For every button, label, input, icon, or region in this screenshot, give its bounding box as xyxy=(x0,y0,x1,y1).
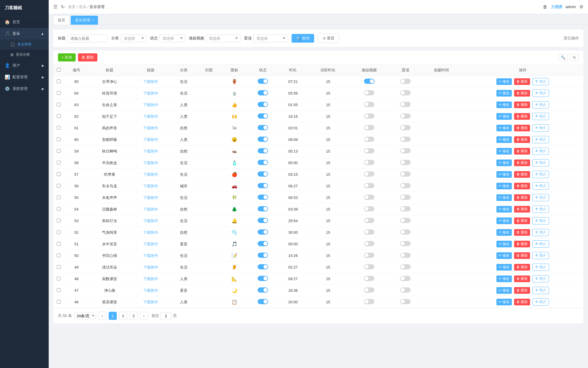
admin-label[interactable]: admin xyxy=(566,5,576,9)
delete-button[interactable]: 🗑 删除 xyxy=(514,113,530,120)
boost-toggle[interactable] xyxy=(364,218,374,223)
sidebar-item-music-manage[interactable]: 🎧 音乐管理 xyxy=(0,39,49,50)
filter-boost-select[interactable]: 请选择 xyxy=(206,35,241,42)
filter-top-select[interactable]: 请选择 xyxy=(253,35,288,42)
edit-button[interactable]: ✏ 修改 xyxy=(496,125,512,131)
row-checkbox[interactable] xyxy=(57,207,61,211)
top-toggle[interactable] xyxy=(400,171,411,177)
edit-button[interactable]: ✏ 修改 xyxy=(496,113,512,120)
edit-button[interactable]: ✏ 修改 xyxy=(496,217,512,224)
refresh-icon-btn[interactable]: ↻ xyxy=(570,54,579,61)
row-link-btn[interactable]: 下载附件 xyxy=(143,126,158,130)
status-toggle[interactable] xyxy=(258,241,268,246)
boost-toggle[interactable] xyxy=(364,79,374,84)
status-toggle[interactable] xyxy=(258,102,268,107)
edit-button[interactable]: ✏ 修改 xyxy=(496,275,512,282)
row-checkbox[interactable] xyxy=(57,219,61,222)
boost-toggle[interactable] xyxy=(364,171,374,177)
status-toggle[interactable] xyxy=(258,206,268,211)
edit-button[interactable]: ✏ 修改 xyxy=(496,194,512,201)
delete-button[interactable]: 🗑 删除 xyxy=(514,299,530,305)
row-link-btn[interactable]: 下载附件 xyxy=(143,184,158,188)
row-link-btn[interactable]: 下载附件 xyxy=(143,195,158,200)
sidebar-item-music-category[interactable]: ⊞ 音乐分类 xyxy=(0,50,49,60)
intro-button[interactable]: 👁 简介 xyxy=(532,287,549,294)
other-ops[interactable]: 其它操作 xyxy=(564,36,579,41)
top-toggle[interactable] xyxy=(400,206,411,211)
page-size-select[interactable]: 20条/页 xyxy=(74,313,96,319)
intro-button[interactable]: 👁 简介 xyxy=(532,148,549,155)
prev-page-btn[interactable]: ‹ xyxy=(98,312,106,320)
row-link-btn[interactable]: 下载附件 xyxy=(143,242,158,246)
status-toggle[interactable] xyxy=(258,171,268,177)
add-button[interactable]: + 添加 xyxy=(58,53,76,61)
intro-button[interactable]: 👁 简介 xyxy=(532,171,549,178)
edit-button[interactable]: ✏ 修改 xyxy=(496,264,512,271)
intro-button[interactable]: 👁 简介 xyxy=(532,101,549,108)
top-toggle[interactable] xyxy=(400,137,411,142)
boost-toggle[interactable] xyxy=(364,90,374,95)
delete-button[interactable]: 🗑 删除 xyxy=(514,252,530,259)
row-link-btn[interactable]: 下载附件 xyxy=(143,207,158,211)
sidebar-item-home[interactable]: 🏠 首页 xyxy=(0,16,49,28)
row-checkbox[interactable] xyxy=(57,91,61,95)
intro-button[interactable]: 👁 简介 xyxy=(532,113,549,120)
status-toggle[interactable] xyxy=(258,195,268,200)
edit-button[interactable]: ✏ 修改 xyxy=(496,252,512,259)
status-toggle[interactable] xyxy=(258,264,268,269)
row-link-btn[interactable]: 下载附件 xyxy=(143,103,158,107)
status-toggle[interactable] xyxy=(258,79,268,84)
row-checkbox[interactable] xyxy=(57,195,61,199)
filter-title-input[interactable] xyxy=(67,35,108,42)
row-checkbox[interactable] xyxy=(57,288,61,292)
top-toggle[interactable] xyxy=(400,160,411,165)
filter-status-select[interactable]: 请选择 xyxy=(159,35,185,42)
row-checkbox[interactable] xyxy=(57,149,61,153)
row-checkbox[interactable] xyxy=(57,230,61,234)
trash-icon[interactable]: 🗑 xyxy=(543,4,547,10)
delete-button[interactable]: 🗑 删除 xyxy=(514,275,530,282)
status-toggle[interactable] xyxy=(258,113,268,119)
boost-toggle[interactable] xyxy=(364,264,374,269)
top-toggle[interactable] xyxy=(400,276,411,281)
edit-button[interactable]: ✏ 修改 xyxy=(496,299,512,305)
sidebar-item-config[interactable]: 📊 配置管理 ▶ xyxy=(0,71,49,83)
row-link-btn[interactable]: 下载附件 xyxy=(143,161,158,165)
row-link-btn[interactable]: 下载附件 xyxy=(143,79,158,84)
row-link-btn[interactable]: 下载附件 xyxy=(143,300,158,304)
status-toggle[interactable] xyxy=(258,183,268,188)
edit-button[interactable]: ✏ 修改 xyxy=(496,287,512,294)
row-link-btn[interactable]: 下载附件 xyxy=(143,172,158,177)
intro-button[interactable]: 👁 简介 xyxy=(532,240,549,248)
delete-button[interactable]: 🗑 删除 xyxy=(514,287,530,294)
row-link-btn[interactable]: 下载附件 xyxy=(143,219,158,223)
row-checkbox[interactable] xyxy=(57,184,61,188)
delete-button[interactable]: 🗑 删除 xyxy=(514,183,530,189)
row-link-btn[interactable]: 下载附件 xyxy=(143,91,158,95)
delete-button[interactable]: 🗑 删除 xyxy=(514,241,530,247)
page-2-btn[interactable]: 2 xyxy=(119,312,127,320)
row-checkbox[interactable] xyxy=(57,137,61,141)
edit-button[interactable]: ✏ 修改 xyxy=(496,136,512,143)
boost-toggle[interactable] xyxy=(364,102,374,107)
delete-button[interactable]: 🗑 删除 xyxy=(514,125,530,131)
intro-button[interactable]: 👁 简介 xyxy=(532,275,549,282)
tab-close-icon[interactable]: × xyxy=(92,19,94,22)
next-page-btn[interactable]: › xyxy=(140,312,148,320)
intro-button[interactable]: 👁 简介 xyxy=(532,182,549,190)
delete-button[interactable]: 🗑 删除 xyxy=(514,217,530,224)
top-toggle[interactable] xyxy=(400,125,411,130)
row-link-btn[interactable]: 下载附件 xyxy=(143,230,158,235)
intro-button[interactable]: 👁 简介 xyxy=(532,194,549,201)
boost-toggle[interactable] xyxy=(364,125,374,130)
delete-button[interactable]: 🗑 删除 xyxy=(514,264,530,271)
boost-toggle[interactable] xyxy=(364,276,374,281)
intro-button[interactable]: 👁 简介 xyxy=(532,78,549,85)
delete-button[interactable]: 🗑 删除 xyxy=(514,78,530,85)
page-1-btn[interactable]: 1 xyxy=(109,312,117,320)
status-toggle[interactable] xyxy=(258,218,268,223)
boost-toggle[interactable] xyxy=(364,253,374,258)
select-all-checkbox[interactable] xyxy=(57,68,61,72)
edit-button[interactable]: ✏ 修改 xyxy=(496,159,512,166)
boost-toggle[interactable] xyxy=(364,206,374,211)
